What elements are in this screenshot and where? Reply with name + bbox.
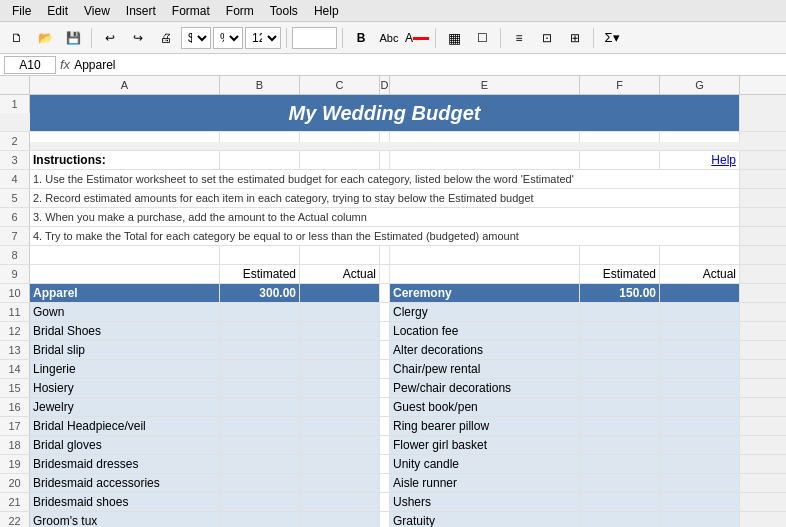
cell-15c[interactable] — [300, 379, 380, 397]
cell-11a[interactable]: Gown — [30, 303, 220, 321]
cell-19g[interactable] — [660, 455, 740, 473]
cell-20b[interactable] — [220, 474, 300, 492]
cell-16f[interactable] — [580, 398, 660, 416]
cell-reference-input[interactable] — [4, 56, 56, 74]
cell-14c[interactable] — [300, 360, 380, 378]
print-button[interactable]: 🖨 — [153, 26, 179, 50]
cell-12b[interactable] — [220, 322, 300, 340]
cell-18g[interactable] — [660, 436, 740, 454]
cell-16g[interactable] — [660, 398, 740, 416]
sum-button[interactable]: Σ▾ — [599, 26, 625, 50]
cell-14b[interactable] — [220, 360, 300, 378]
cell-17a[interactable]: Bridal Headpiece/veil — [30, 417, 220, 435]
cell-21g[interactable] — [660, 493, 740, 511]
cell-16a[interactable]: Jewelry — [30, 398, 220, 416]
cell-13e[interactable]: Alter decorations — [390, 341, 580, 359]
cell-22c[interactable] — [300, 512, 380, 527]
cell-13b[interactable] — [220, 341, 300, 359]
cell-15e[interactable]: Pew/chair decorations — [390, 379, 580, 397]
cell-20e[interactable]: Aisle runner — [390, 474, 580, 492]
help-link[interactable]: Help — [711, 153, 736, 167]
cell-18f[interactable] — [580, 436, 660, 454]
cell-10b-est[interactable]: 300.00 — [220, 284, 300, 302]
cell-14a[interactable]: Lingerie — [30, 360, 220, 378]
menu-view[interactable]: View — [76, 2, 118, 20]
cell-22a[interactable]: Groom's tux — [30, 512, 220, 527]
open-button[interactable]: 📂 — [32, 26, 58, 50]
cell-13a[interactable]: Bridal slip — [30, 341, 220, 359]
cell-11g[interactable] — [660, 303, 740, 321]
cell-12e[interactable]: Location fee — [390, 322, 580, 340]
cell-14e[interactable]: Chair/pew rental — [390, 360, 580, 378]
cell-20c[interactable] — [300, 474, 380, 492]
cell-21a[interactable]: Bridesmaid shoes — [30, 493, 220, 511]
menu-edit[interactable]: Edit — [39, 2, 76, 20]
cell-16e[interactable]: Guest book/pen — [390, 398, 580, 416]
cell-help[interactable]: Help — [660, 151, 740, 169]
cell-13g[interactable] — [660, 341, 740, 359]
cell-18e[interactable]: Flower girl basket — [390, 436, 580, 454]
cell-20g[interactable] — [660, 474, 740, 492]
cell-10f-est[interactable]: 150.00 — [580, 284, 660, 302]
cell-19c[interactable] — [300, 455, 380, 473]
format-123-select[interactable]: 123 — [245, 27, 281, 49]
merge-button[interactable]: ⊞ — [562, 26, 588, 50]
cell-15g[interactable] — [660, 379, 740, 397]
cell-17c[interactable] — [300, 417, 380, 435]
cell-11c[interactable] — [300, 303, 380, 321]
cell-21e[interactable]: Ushers — [390, 493, 580, 511]
cell-20a[interactable]: Bridesmaid accessories — [30, 474, 220, 492]
cell-19e[interactable]: Unity candle — [390, 455, 580, 473]
cell-17b[interactable] — [220, 417, 300, 435]
cell-19a[interactable]: Bridesmaid dresses — [30, 455, 220, 473]
cell-17f[interactable] — [580, 417, 660, 435]
menu-file[interactable]: File — [4, 2, 39, 20]
align-button[interactable]: ≡ — [506, 26, 532, 50]
cell-10e-ceremony[interactable]: Ceremony — [390, 284, 580, 302]
menu-help[interactable]: Help — [306, 2, 347, 20]
font-size-input[interactable]: 24pt — [292, 27, 337, 49]
cell-16b[interactable] — [220, 398, 300, 416]
cell-13f[interactable] — [580, 341, 660, 359]
cell-12c[interactable] — [300, 322, 380, 340]
cell-11f[interactable] — [580, 303, 660, 321]
cell-19b[interactable] — [220, 455, 300, 473]
percent-select[interactable]: % — [213, 27, 243, 49]
new-button[interactable]: 🗋 — [4, 26, 30, 50]
cell-22b[interactable] — [220, 512, 300, 527]
cell-14g[interactable] — [660, 360, 740, 378]
font-color-button[interactable]: A — [404, 26, 430, 50]
cell-17e[interactable]: Ring bearer pillow — [390, 417, 580, 435]
cell-21c[interactable] — [300, 493, 380, 511]
save-button[interactable]: 💾 — [60, 26, 86, 50]
cell-16c[interactable] — [300, 398, 380, 416]
cell-11e[interactable]: Clergy — [390, 303, 580, 321]
cell-22f[interactable] — [580, 512, 660, 527]
cell-17g[interactable] — [660, 417, 740, 435]
cell-15b[interactable] — [220, 379, 300, 397]
cell-12f[interactable] — [580, 322, 660, 340]
menu-tools[interactable]: Tools — [262, 2, 306, 20]
cell-18a[interactable]: Bridal gloves — [30, 436, 220, 454]
cell-19f[interactable] — [580, 455, 660, 473]
cell-title[interactable]: My Wedding Budget — [30, 95, 740, 131]
cell-18b[interactable] — [220, 436, 300, 454]
cell-11b[interactable] — [220, 303, 300, 321]
menu-insert[interactable]: Insert — [118, 2, 164, 20]
cell-18c[interactable] — [300, 436, 380, 454]
cell-10a-apparel[interactable]: Apparel — [30, 284, 220, 302]
abc-button[interactable]: Abc — [376, 26, 402, 50]
menu-format[interactable]: Format — [164, 2, 218, 20]
wrap-button[interactable]: ⊡ — [534, 26, 560, 50]
cell-20f[interactable] — [580, 474, 660, 492]
cell-22e[interactable]: Gratuity — [390, 512, 580, 527]
undo-button[interactable]: ↩ — [97, 26, 123, 50]
cell-15a[interactable]: Hosiery — [30, 379, 220, 397]
cell-12g[interactable] — [660, 322, 740, 340]
cell-12a[interactable]: Bridal Shoes — [30, 322, 220, 340]
cell-15f[interactable] — [580, 379, 660, 397]
border-button[interactable]: ☐ — [469, 26, 495, 50]
font-select[interactable]: $ — [181, 27, 211, 49]
menu-form[interactable]: Form — [218, 2, 262, 20]
highlight-button[interactable]: ▦ — [441, 26, 467, 50]
